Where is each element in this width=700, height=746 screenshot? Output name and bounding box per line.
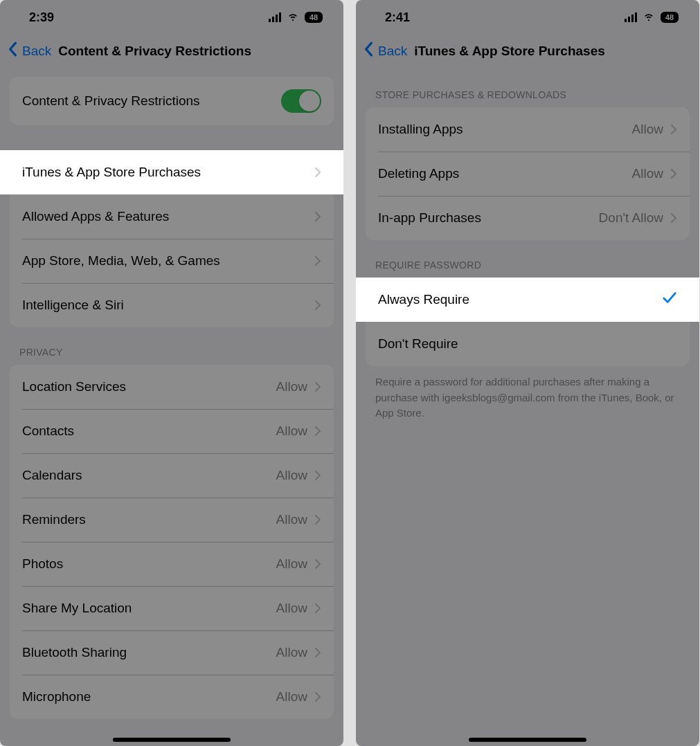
require-group-rest: Don't Require — [366, 322, 690, 366]
back-button[interactable]: Back — [22, 44, 51, 59]
row-label: Allowed Apps & Features — [22, 209, 169, 224]
home-indicator[interactable] — [469, 738, 586, 742]
chevron-right-icon — [314, 558, 321, 570]
cellular-signal-icon — [269, 12, 281, 22]
privacy-group: Location Services Allow Contacts Allow C… — [10, 365, 334, 719]
chevron-right-icon — [314, 211, 321, 222]
row-value: Allow — [276, 424, 307, 439]
toggle-group: Content & Privacy Restrictions — [10, 77, 334, 125]
row-label: Calendars — [22, 468, 82, 483]
content-privacy-toggle-row[interactable]: Content & Privacy Restrictions — [10, 77, 334, 125]
chevron-right-icon — [314, 167, 321, 178]
row-value: Don't Allow — [599, 210, 663, 226]
require-password-footer: Require a password for additional purcha… — [356, 366, 699, 421]
chevron-right-icon — [314, 603, 321, 614]
store-section-header: Store Purchases & Redownloads — [356, 70, 699, 107]
itunes-app-store-row-highlight: iTunes & App Store Purchases — [0, 150, 343, 194]
status-time: 2:39 — [29, 10, 54, 25]
row-label: Deleting Apps — [378, 166, 459, 181]
chevron-right-icon — [670, 168, 677, 179]
row-label: In-app Purchases — [378, 210, 481, 226]
row-value: Allow — [276, 468, 307, 483]
allowed-apps-row[interactable]: Allowed Apps & Features — [10, 194, 334, 239]
row-label: App Store, Media, Web, & Games — [22, 253, 220, 269]
phone-right: 2:41 48 Back iTunes & App Store Purchase… — [356, 0, 699, 746]
chevron-right-icon — [314, 381, 321, 392]
row-value: Allow — [276, 512, 307, 527]
row-label: Share My Location — [22, 601, 132, 616]
chevron-right-icon — [314, 647, 321, 658]
row-label: Photos — [22, 556, 63, 572]
row-label: Intelligence & Siri — [22, 298, 124, 313]
checkmark-icon — [662, 291, 677, 309]
row-label: Don't Require — [378, 336, 458, 352]
row-value: Allow — [276, 601, 307, 616]
status-bar: 2:41 48 — [356, 0, 699, 35]
row-label: Bluetooth Sharing — [22, 645, 127, 660]
row-value: Allow — [632, 122, 663, 137]
privacy-section-header: Privacy — [0, 327, 343, 365]
back-button[interactable]: Back — [378, 44, 407, 59]
phone-left: 2:39 48 Back Content & Privacy Restricti… — [0, 0, 343, 746]
deleting-apps-row[interactable]: Deleting Apps Allow — [366, 152, 690, 196]
battery-badge: 48 — [661, 12, 679, 23]
chevron-right-icon — [314, 300, 321, 311]
status-time: 2:41 — [385, 10, 410, 25]
row-label: Installing Apps — [378, 122, 463, 137]
microphone-row[interactable]: Microphone Allow — [10, 675, 334, 719]
chevron-right-icon — [670, 212, 677, 224]
row-value: Allow — [632, 166, 663, 181]
require-password-header: Require Password — [356, 240, 699, 278]
chevron-right-icon — [314, 514, 321, 525]
wifi-icon — [643, 10, 655, 26]
calendars-row[interactable]: Calendars Allow — [10, 453, 334, 498]
status-bar: 2:39 48 — [0, 0, 343, 35]
back-chevron-icon[interactable] — [363, 42, 374, 60]
row-value: Allow — [276, 379, 307, 394]
row-label: Always Require — [378, 292, 469, 307]
store-group: Installing Apps Allow Deleting Apps Allo… — [366, 107, 690, 240]
installing-apps-row[interactable]: Installing Apps Allow — [366, 107, 690, 152]
nav-header: Back iTunes & App Store Purchases — [356, 35, 699, 70]
toggle-switch-on[interactable] — [281, 89, 321, 113]
row-value: Allow — [276, 556, 307, 572]
status-right: 48 — [625, 10, 679, 26]
home-indicator[interactable] — [113, 738, 231, 742]
bluetooth-sharing-row[interactable]: Bluetooth Sharing Allow — [10, 630, 334, 675]
chevron-right-icon — [314, 426, 321, 437]
always-require-row[interactable]: Always Require — [366, 278, 690, 322]
app-store-media-row[interactable]: App Store, Media, Web, & Games — [10, 239, 334, 283]
row-label: Content & Privacy Restrictions — [22, 93, 200, 109]
nav-header: Back Content & Privacy Restrictions — [0, 35, 343, 70]
cellular-signal-icon — [625, 12, 637, 22]
status-right: 48 — [269, 10, 323, 26]
contacts-row[interactable]: Contacts Allow — [10, 409, 334, 453]
always-require-highlight: Always Require — [356, 278, 699, 322]
in-app-purchases-row[interactable]: In-app Purchases Don't Allow — [366, 196, 690, 240]
dont-require-row[interactable]: Don't Require — [366, 322, 690, 366]
itunes-app-store-purchases-row[interactable]: iTunes & App Store Purchases — [10, 150, 334, 194]
row-label: Location Services — [22, 379, 126, 394]
chevron-right-icon — [314, 470, 321, 481]
row-value: Allow — [276, 689, 307, 704]
content-group-rest: Allowed Apps & Features App Store, Media… — [10, 194, 334, 327]
reminders-row[interactable]: Reminders Allow — [10, 498, 334, 542]
intelligence-siri-row[interactable]: Intelligence & Siri — [10, 283, 334, 327]
battery-badge: 48 — [305, 12, 323, 23]
page-title: Content & Privacy Restrictions — [58, 44, 251, 59]
photos-row[interactable]: Photos Allow — [10, 542, 334, 586]
chevron-right-icon — [670, 124, 677, 135]
chevron-right-icon — [314, 691, 321, 702]
row-label: Microphone — [22, 689, 91, 704]
chevron-right-icon — [314, 255, 321, 266]
page-title: iTunes & App Store Purchases — [414, 44, 605, 59]
row-label: Contacts — [22, 424, 74, 439]
share-my-location-row[interactable]: Share My Location Allow — [10, 586, 334, 630]
back-chevron-icon[interactable] — [7, 42, 18, 60]
row-value: Allow — [276, 645, 307, 660]
row-label: Reminders — [22, 512, 86, 527]
location-services-row[interactable]: Location Services Allow — [10, 365, 334, 409]
row-label: iTunes & App Store Purchases — [22, 165, 201, 180]
wifi-icon — [287, 10, 299, 26]
